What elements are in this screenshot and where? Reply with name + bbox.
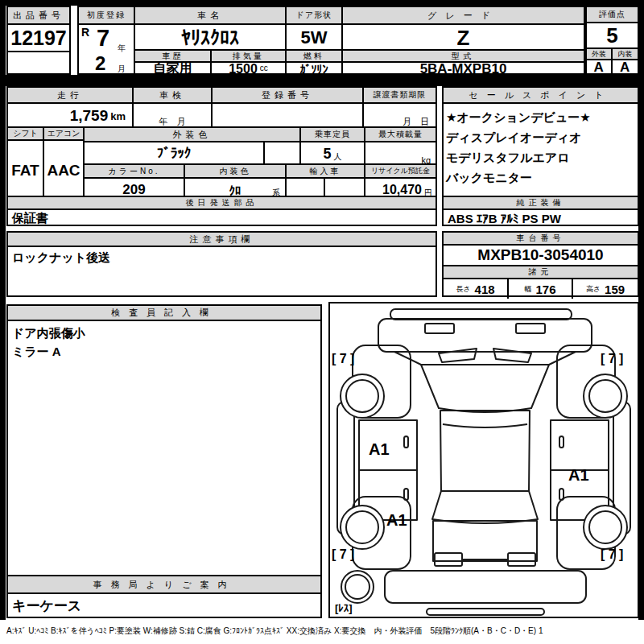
ac-label: エアコン: [44, 128, 83, 141]
sales-points-box: セールスポイント ★オークションデビュー★ ディスプレイオーディオ モデリスタフ…: [442, 86, 639, 201]
tailgate: [433, 521, 537, 561]
month-suffix: 月: [118, 64, 126, 75]
displacement-unit: cc: [260, 64, 268, 75]
tire-depth-rear-left: [ 7 ]: [332, 547, 354, 562]
sales-points-list: ★オークションデビュー★ ディスプレイオーディオ モデリスタフルエアロ バックモ…: [444, 104, 638, 191]
left-headlight: [425, 324, 454, 333]
grade-value: Z: [343, 25, 584, 51]
mileage-number: 1,759: [70, 107, 109, 125]
fuel-value: ｶﾞｿﾘﾝ: [287, 63, 341, 75]
tire-depth-rear-right: [ 7 ]: [601, 547, 623, 562]
capacity-value: 5 人: [301, 142, 364, 165]
first-reg-box: 初度登録 R 7 年 2 月: [77, 6, 135, 75]
history-box: 車歴 自家用: [134, 49, 212, 75]
capacity-number: 5: [323, 146, 331, 163]
year-suffix: 年: [118, 43, 126, 54]
specs-row: 長さ 418 幅 176 高さ 159: [444, 279, 638, 299]
roof-panel: [440, 411, 530, 491]
int-color-name: ｸﾛ: [229, 184, 242, 197]
specs-label: 諸元: [444, 265, 638, 279]
grade-box: グレード Z: [341, 6, 585, 51]
a-pillars: [394, 352, 576, 365]
auction-no-value: 12197: [8, 25, 69, 52]
ext-int-values: A A: [587, 60, 638, 75]
inspector-line: ミラー A: [12, 342, 316, 361]
inspector-line: ドア内張傷小: [12, 324, 316, 342]
ext-label: 外装: [587, 49, 613, 60]
shift-label: シフト: [8, 128, 43, 141]
history-label: 車歴: [135, 51, 210, 63]
front-right-wheel-inner: [589, 380, 621, 412]
ext-value: A: [587, 60, 613, 75]
model-box: 型式 5BA-MXPB10: [341, 49, 585, 75]
transfer-label: 譲渡書類期限: [364, 88, 436, 104]
capacity-label: 乗車定員: [301, 128, 364, 142]
shift-box: シフト FAT: [6, 126, 44, 201]
ext-color-row: ﾌﾞﾗｯｸ: [85, 142, 299, 165]
import-label: 輸入車: [287, 165, 364, 179]
model-value: 5BA-MXPB10: [343, 63, 584, 75]
spare-tire-label: [ﾚｽ]: [335, 602, 353, 614]
model-label: 型式: [343, 51, 584, 63]
rear-window: [432, 491, 538, 523]
displacement-number: 1500: [229, 63, 258, 75]
office-label: 事務局よりご案内: [8, 576, 320, 594]
payload-label: 最大積載量: [365, 128, 436, 142]
first-reg-value: R 7 年 2 月: [79, 25, 134, 75]
era-code: R: [81, 26, 89, 39]
later-parts-value: 保証書: [8, 210, 436, 226]
spec-height: 高さ 159: [573, 279, 638, 299]
auction-no-label: 出品番号: [8, 7, 69, 25]
roof-front-line: [443, 424, 527, 427]
equipment-label: 純正装備: [444, 197, 638, 210]
separator-bar: [0, 75, 644, 86]
spec-height-label: 高さ: [586, 284, 601, 295]
spec-width: 幅 176: [509, 279, 573, 299]
right-front-door-handle: [559, 436, 564, 448]
color-no-label: カラーNo.: [85, 165, 184, 179]
chassis-box: 車台番号 MXPB10-3054010 諸元 長さ 418 幅 176 高さ 1…: [442, 231, 639, 297]
left-wiper: [439, 349, 477, 362]
equipment-value: ABS ｴｱB ｱﾙﾐ PS PW: [444, 210, 638, 226]
sales-point-line: バックモニター: [446, 167, 635, 188]
displacement-label: 排気量: [212, 51, 285, 63]
first-reg-label: 初度登録: [79, 7, 134, 25]
shaken-box: 車検 年 月: [132, 86, 213, 128]
payload-box: 最大積載量 kg: [364, 126, 437, 165]
chassis-value: MXPB10-3054010: [444, 246, 638, 265]
int-value: A: [613, 60, 638, 75]
ext-color-box: 外装色 ﾌﾞﾗｯｸ: [83, 126, 301, 165]
tire-depth-front-right: [ 7 ]: [601, 352, 623, 366]
right-wiper: [493, 349, 531, 362]
reg-no-value: [213, 104, 362, 128]
grade-label: グレード: [343, 7, 584, 25]
auction-no-empty-cell: [8, 52, 69, 73]
ext-color-empty-cell: [265, 142, 299, 165]
equipment-box: 純正装備 ABS ｴｱB ｱﾙﾐ PS PW: [442, 196, 639, 226]
capacity-box: 乗車定員 5 人: [299, 126, 365, 165]
left-front-door-handle: [404, 436, 408, 448]
door-value: 5W: [287, 25, 341, 51]
mileage-unit: km: [110, 110, 126, 122]
rear-right-wheel-inner: [589, 511, 621, 543]
score-label: 評価点: [587, 7, 638, 23]
reg-no-label: 登録番号: [213, 88, 362, 104]
spec-height-value: 159: [605, 283, 625, 296]
sales-points-label: セールスポイント: [444, 88, 638, 104]
right-tail-light: [508, 553, 535, 566]
rear-left-wheel-inner: [346, 511, 378, 543]
car-top-view-drawing: [330, 303, 638, 617]
notes-label: 注意事項欄: [8, 233, 436, 247]
history-value: 自家用: [135, 63, 210, 75]
legend-text: A:ｷｽﾞ U:ﾍｺﾐ B:ｷｽﾞを伴うﾍｺﾐ P:要塗装 W:補修跡 S:錆 …: [6, 625, 641, 637]
right-headlight: [516, 324, 545, 333]
mileage-value: 1,759 km: [8, 104, 132, 128]
ac-box: エアコン AAC: [43, 126, 85, 201]
mileage-label: 走行: [8, 88, 132, 104]
score-box: 評価点 5 外装 内装 A A: [585, 6, 639, 75]
int-color-label: 内装色: [185, 165, 285, 179]
damage-mark-left-front-door: A1: [369, 440, 390, 459]
displacement-box: 排気量 1500 cc: [210, 49, 287, 75]
damage-mark-right-rear-door: A1: [568, 466, 589, 485]
score-value: 5: [587, 23, 638, 49]
